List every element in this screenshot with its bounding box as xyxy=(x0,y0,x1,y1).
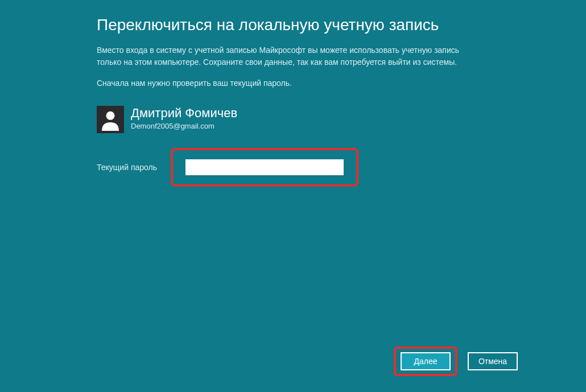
password-row: Текущий пароль xyxy=(97,148,586,187)
user-info-block: Дмитрий Фомичев Demonf2005@gmail.com xyxy=(97,106,586,133)
avatar xyxy=(97,106,124,133)
user-icon xyxy=(99,108,122,131)
button-row: Далее Отмена xyxy=(394,346,518,376)
verify-password-text: Сначала нам нужно проверить ваш текущий … xyxy=(97,79,586,88)
user-email: Demonf2005@gmail.com xyxy=(131,122,237,130)
page-title: Переключиться на локальную учетную запис… xyxy=(97,16,586,34)
password-label: Текущий пароль xyxy=(97,163,160,172)
svg-point-0 xyxy=(106,112,115,120)
next-highlight-box: Далее xyxy=(394,346,457,376)
cancel-button[interactable]: Отмена xyxy=(468,352,518,370)
user-details: Дмитрий Фомичев Demonf2005@gmail.com xyxy=(131,106,237,130)
user-name: Дмитрий Фомичев xyxy=(131,106,237,121)
switch-local-account-dialog: Переключиться на локальную учетную запис… xyxy=(0,0,586,392)
next-button[interactable]: Далее xyxy=(401,352,451,370)
description-text: Вместо входа в систему с учетной записью… xyxy=(97,44,461,68)
password-highlight-box xyxy=(171,148,358,187)
current-password-input[interactable] xyxy=(185,159,344,175)
